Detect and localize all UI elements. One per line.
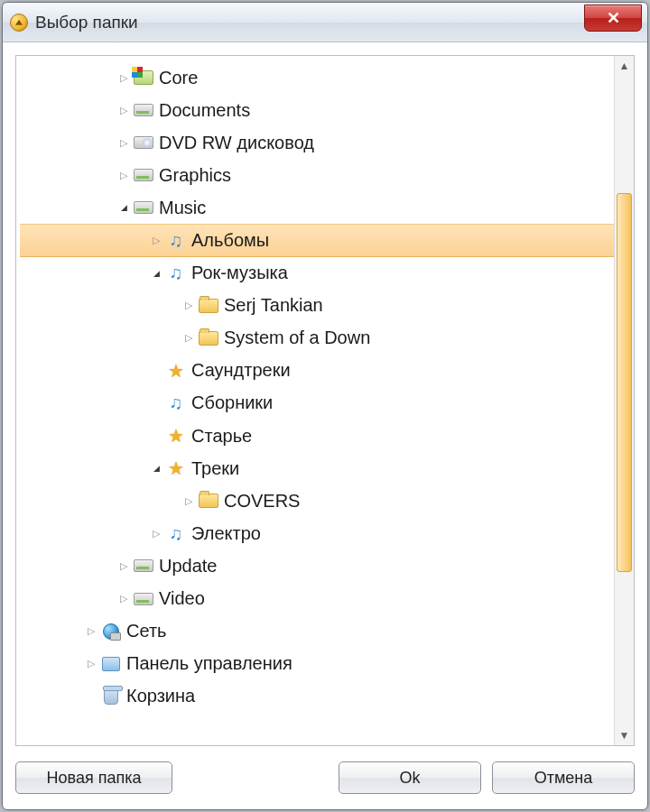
tree-item[interactable]: Корзина [20, 680, 614, 713]
tree-item[interactable]: DVD RW дисковод [20, 126, 614, 159]
tree-item[interactable]: ★Старье [20, 420, 614, 452]
chevron-right-icon[interactable] [116, 593, 132, 604]
tree-item[interactable]: Documents [20, 94, 614, 126]
chevron-right-icon[interactable] [148, 235, 164, 246]
folder-icon [197, 491, 220, 511]
inner-frame: CoreDocumentsDVD RW дисководGraphicsMusi… [15, 55, 635, 746]
close-button[interactable]: ✕ [584, 5, 642, 32]
tree-item-label: Core [159, 68, 198, 88]
tree-item[interactable]: Graphics [20, 159, 614, 191]
star-icon: ★ [164, 458, 188, 478]
chevron-right-icon[interactable] [116, 72, 132, 84]
tree-item-label: System of a Down [224, 328, 370, 348]
tree-item-label: Update [159, 556, 218, 577]
drive-icon [132, 100, 155, 120]
drive-icon [132, 556, 155, 576]
tree-item[interactable]: COVERS [20, 484, 614, 517]
chevron-right-icon[interactable] [83, 658, 99, 669]
scrollbar-thumb[interactable] [617, 193, 632, 572]
titlebar: Выбор папки ✕ [3, 3, 647, 42]
tree-item-label: Корзина [126, 686, 195, 706]
window-title: Выбор папки [35, 13, 138, 32]
recycle-bin-icon [99, 687, 123, 706]
chevron-right-icon[interactable] [181, 300, 197, 311]
tree-item[interactable]: ★Саундтреки [20, 355, 614, 387]
ok-button[interactable]: Ok [339, 761, 481, 794]
music-icon: ♫ [164, 523, 188, 543]
folder-icon [197, 296, 220, 316]
chevron-right-icon[interactable] [116, 137, 132, 149]
tree-item-label: Рок-музыка [191, 263, 288, 283]
tree-item-label: Треки [191, 458, 239, 479]
star-icon: ★ [164, 426, 188, 446]
tree-item[interactable]: Core [20, 61, 614, 94]
vertical-scrollbar[interactable]: ▲ ▼ [614, 56, 634, 745]
new-folder-button[interactable]: Новая папка [15, 761, 172, 794]
chevron-down-icon[interactable] [148, 269, 164, 278]
tree-item[interactable]: Update [20, 549, 614, 582]
chevron-down-icon[interactable] [148, 464, 164, 473]
drive-icon [132, 198, 155, 217]
tree-item-label: Старье [191, 426, 252, 447]
tree-item[interactable]: Video [20, 583, 614, 615]
chevron-right-icon[interactable] [116, 105, 132, 116]
close-icon: ✕ [607, 8, 620, 28]
tree-item-label: Электро [191, 523, 261, 544]
tree-item-label: Music [159, 198, 206, 218]
tree-item-label: Video [159, 588, 205, 609]
tree-item[interactable]: ♫Сборники [20, 387, 614, 420]
tree-item-label: Graphics [159, 165, 231, 186]
folder-icon [197, 328, 220, 348]
tree-item-label: Serj Tankian [224, 295, 323, 316]
music-icon: ♫ [164, 393, 188, 413]
tree-item[interactable]: Сеть [20, 615, 614, 648]
tree-item-label: Альбомы [191, 230, 269, 251]
cancel-button[interactable]: Отмена [492, 761, 635, 794]
chevron-right-icon[interactable] [116, 560, 132, 572]
tree-item[interactable]: ★Треки [20, 452, 614, 484]
tree-item-label: Documents [159, 100, 250, 121]
tree-item-label: Саундтреки [191, 360, 291, 381]
drive-icon [132, 165, 155, 185]
tree-item-label: Панель управления [126, 653, 292, 674]
chevron-right-icon[interactable] [181, 332, 197, 344]
control-panel-icon [99, 654, 123, 674]
chevron-right-icon[interactable] [116, 170, 132, 181]
music-icon: ♫ [164, 231, 188, 251]
chevron-right-icon[interactable] [181, 495, 197, 507]
tree-item[interactable]: ♫Рок-музыка [20, 257, 614, 290]
chevron-right-icon[interactable] [83, 625, 99, 637]
folder-select-dialog: Выбор папки ✕ CoreDocumentsDVD RW дисков… [2, 2, 648, 810]
network-icon [99, 622, 123, 641]
button-bar: Новая папка Ok Отмена [3, 759, 647, 809]
scroll-up-icon[interactable]: ▲ [615, 56, 634, 76]
tree-item[interactable]: System of a Down [20, 322, 614, 355]
drive-icon [132, 589, 155, 609]
tree-item-label: COVERS [224, 491, 300, 512]
music-icon: ♫ [164, 263, 188, 283]
folder-tree[interactable]: CoreDocumentsDVD RW дисководGraphicsMusi… [16, 56, 614, 745]
star-icon: ★ [164, 361, 188, 381]
tree-container: CoreDocumentsDVD RW дисководGraphicsMusi… [16, 56, 634, 745]
tree-item-label: DVD RW дисковод [159, 133, 314, 153]
app-icon [10, 14, 28, 32]
tree-item[interactable]: ♫Электро [20, 517, 614, 549]
tree-item[interactable]: ♫Альбомы [20, 224, 614, 256]
drive-core-icon [132, 68, 155, 88]
tree-item[interactable]: Панель управления [20, 648, 614, 680]
tree-item-label: Сборники [191, 392, 273, 413]
tree-item[interactable]: Music [20, 191, 614, 224]
dvd-drive-icon [132, 133, 155, 152]
chevron-down-icon[interactable] [116, 203, 132, 212]
tree-item-label: Сеть [126, 621, 166, 641]
scroll-down-icon[interactable]: ▼ [615, 725, 634, 745]
tree-item[interactable]: Serj Tankian [20, 290, 614, 322]
chevron-right-icon[interactable] [148, 528, 164, 540]
